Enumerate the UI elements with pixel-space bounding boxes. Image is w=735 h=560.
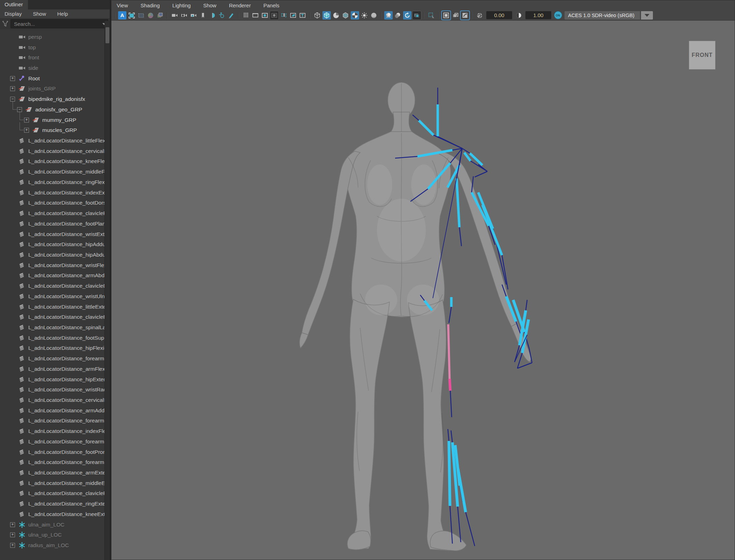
tree-item-L_adnLocatorDistance_footDorsiflexion1[interactable]: L_adnLocatorDistance_footDorsiflexion1 xyxy=(0,198,110,208)
anti-aliasing-icon[interactable] xyxy=(403,11,412,20)
screen-space-ao-icon[interactable] xyxy=(384,11,393,20)
marquee-region-icon[interactable] xyxy=(137,11,145,20)
tree-item-L_adnLocatorDistance_armFlexion1[interactable]: L_adnLocatorDistance_armFlexion1 xyxy=(0,364,110,374)
tree-item-Root[interactable]: +Root xyxy=(0,73,110,84)
annotate-a-icon[interactable]: A xyxy=(118,11,126,20)
field-chart-icon[interactable] xyxy=(279,11,288,20)
tree-item-L_adnLocatorDistance_armAbduction1[interactable]: L_adnLocatorDistance_armAbduction1 xyxy=(0,271,110,281)
camera-attributes-icon[interactable] xyxy=(189,11,198,20)
outliner-menu-show[interactable]: Show xyxy=(33,11,46,17)
tree-item-persp[interactable]: persp xyxy=(0,32,110,42)
panel-layout-small-icon[interactable] xyxy=(451,11,460,20)
exposure-field[interactable]: 0.00 xyxy=(486,11,512,19)
tree-item-ulna_up_LOC[interactable]: +ulna_up_LOC xyxy=(0,530,110,540)
tree-item-L_adnLocatorDistance_kneeFlexion1[interactable]: L_adnLocatorDistance_kneeFlexion1 xyxy=(0,156,110,167)
expand-toggle[interactable]: − xyxy=(17,107,22,112)
tree-item-L_adnLocatorDistance_ringFlexion1[interactable]: L_adnLocatorDistance_ringFlexion1 xyxy=(0,177,110,187)
tree-item-L_adnLocatorDistance_ringExtension1[interactable]: L_adnLocatorDistance_ringExtension1 xyxy=(0,499,110,509)
color-wheel-icon[interactable] xyxy=(146,11,155,20)
safe-action-icon[interactable] xyxy=(289,11,297,20)
expand-toggle[interactable]: + xyxy=(10,543,15,548)
image-layers-icon[interactable] xyxy=(156,11,164,20)
tree-item-L_adnLocatorDistance_wristRadialDeviation1[interactable]: L_adnLocatorDistance_wristRadialDeviatio… xyxy=(0,384,110,395)
motion-blur-icon[interactable] xyxy=(394,11,402,20)
expand-toggle[interactable]: − xyxy=(10,97,15,102)
search-input[interactable] xyxy=(11,21,100,27)
wireframe-icon[interactable] xyxy=(313,11,321,20)
resolution-gate-icon[interactable] xyxy=(261,11,269,20)
tree-item-L_adnLocatorDistance_wristExtension1[interactable]: L_adnLocatorDistance_wristExtension1 xyxy=(0,229,110,240)
tree-item-L_adnLocatorDistance_forearmPronation1[interactable]: L_adnLocatorDistance_forearmPronation1 xyxy=(0,416,110,426)
grease-pencil-icon[interactable] xyxy=(208,11,217,20)
bookmark-icon[interactable] xyxy=(199,11,207,20)
colorspace-select[interactable]: ACES 1.0 SDR-video (sRGB) xyxy=(565,11,640,20)
safe-title-icon[interactable] xyxy=(298,11,307,20)
grid-icon[interactable] xyxy=(242,11,250,20)
use-all-lights-icon[interactable] xyxy=(360,11,369,20)
tree-item-L_adnLocatorDistance_cervicalBending1[interactable]: L_adnLocatorDistance_cervicalBending1 xyxy=(0,146,110,156)
lock-camera-icon[interactable] xyxy=(180,11,188,20)
film-gate-icon[interactable] xyxy=(251,11,260,20)
outliner-menu-display[interactable]: Display xyxy=(5,11,22,17)
tree-item-L_adnLocatorDistance_footSupination1[interactable]: L_adnLocatorDistance_footSupination1 xyxy=(0,333,110,343)
outliner-tab[interactable]: Outliner xyxy=(0,0,28,9)
viewport-menu-renderer[interactable]: Renderer xyxy=(229,2,251,8)
tree-item-adonisfx_geo_GRP[interactable]: −adonisfx_geo_GRP xyxy=(0,104,110,115)
tree-item-L_adnLocatorDistance_littleExtension1[interactable]: L_adnLocatorDistance_littleExtension1 xyxy=(0,302,110,312)
tree-item-L_adnLocatorDistance_hipAbduction1[interactable]: L_adnLocatorDistance_hipAbduction1 xyxy=(0,250,110,260)
tree-item-L_adnLocatorDistance_spinalLateralFlexion1[interactable]: L_adnLocatorDistance_spinalLateralFlexio… xyxy=(0,322,110,333)
tree-item-L_adnLocatorDistance_cervicalRotation1[interactable]: L_adnLocatorDistance_cervicalRotation1 xyxy=(0,395,110,405)
tree-item-L_adnLocatorDistance_indexExtension1[interactable]: L_adnLocatorDistance_indexExtension1 xyxy=(0,187,110,198)
outliner-menu-help[interactable]: Help xyxy=(57,11,68,17)
tree-item-L_adnLocatorDistance_forearmFlexion1[interactable]: L_adnLocatorDistance_forearmFlexion1 xyxy=(0,353,110,364)
tree-item-L_adnLocatorDistance_forearmExtension1[interactable]: L_adnLocatorDistance_forearmExtension1 xyxy=(0,436,110,447)
tree-item-L_adnLocatorDistance_armExtension1[interactable]: L_adnLocatorDistance_armExtension1 xyxy=(0,467,110,478)
depth-of-field-icon[interactable] xyxy=(413,11,421,20)
select-camera-icon[interactable] xyxy=(170,11,179,20)
filter-icon[interactable] xyxy=(0,20,10,27)
tree-item-L_adnLocatorDistance_clavicleDepression1[interactable]: L_adnLocatorDistance_clavicleDepression1 xyxy=(0,281,110,291)
tree-item-mummy_GRP[interactable]: +mummy_GRP xyxy=(0,115,110,125)
tree-item-L_adnLocatorDistance_kneeExtension1[interactable]: L_adnLocatorDistance_kneeExtension1 xyxy=(0,509,110,520)
isolate-select-icon[interactable] xyxy=(427,11,436,20)
expand-toggle[interactable]: + xyxy=(10,86,15,91)
panel-layout-icon[interactable] xyxy=(442,11,450,20)
tree-item-L_adnLocatorDistance_middleFlexion1[interactable]: L_adnLocatorDistance_middleFlexion1 xyxy=(0,167,110,177)
tree-item-L_adnLocatorDistance_footPlantarflexion1[interactable]: L_adnLocatorDistance_footPlantarflexion1 xyxy=(0,219,110,229)
tree-item-L_adnLocatorDistance_wristFlexion1[interactable]: L_adnLocatorDistance_wristFlexion1 xyxy=(0,260,110,271)
viewport-menu-shading[interactable]: Shading xyxy=(140,2,160,8)
expand-toggle[interactable]: + xyxy=(24,128,29,133)
tree-item-L_adnLocatorDistance_indexFlexion1[interactable]: L_adnLocatorDistance_indexFlexion1 xyxy=(0,426,110,436)
tree-item-L_adnLocatorDistance_hipAdduction1[interactable]: L_adnLocatorDistance_hipAdduction1 xyxy=(0,239,110,250)
viewport-menu-lighting[interactable]: Lighting xyxy=(172,2,191,8)
tree-item-radius_aim_LOC[interactable]: +radius_aim_LOC xyxy=(0,540,110,551)
outliner-scrollbar[interactable] xyxy=(104,21,110,560)
tree-item-L_adnLocatorDistance_wristUlnarDeviation1[interactable]: L_adnLocatorDistance_wristUlnarDeviation… xyxy=(0,291,110,302)
scrollbar-thumb[interactable] xyxy=(105,27,109,43)
textured-icon[interactable] xyxy=(351,11,359,20)
panel-lasso-icon[interactable] xyxy=(461,11,469,20)
tree-item-L_adnLocatorDistance_littleFlexion1[interactable]: L_adnLocatorDistance_littleFlexion1 xyxy=(0,135,110,146)
tree-item-muscles_GRP[interactable]: +muscles_GRP xyxy=(0,125,110,135)
expand-toggle[interactable]: + xyxy=(10,522,15,527)
pivot-tool-icon[interactable] xyxy=(218,11,226,20)
viewport-menu-view[interactable]: View xyxy=(117,2,128,8)
tree-item-L_adnLocatorDistance_hipExtension1[interactable]: L_adnLocatorDistance_hipExtension1 xyxy=(0,374,110,385)
fit-gate-icon[interactable] xyxy=(128,11,136,20)
contrast-field[interactable]: 1.00 xyxy=(525,11,551,19)
smooth-shade-all-icon[interactable] xyxy=(332,11,340,20)
tree-item-L_adnLocatorDistance_middleExtension11[interactable]: L_adnLocatorDistance_middleExtension11 xyxy=(0,478,110,488)
tree-item-L_adnLocatorDistance_clavicleProtraction1[interactable]: L_adnLocatorDistance_clavicleProtraction… xyxy=(0,208,110,219)
expand-toggle[interactable]: + xyxy=(24,118,29,123)
tree-item-L_adnLocatorDistance_hipFlexion1[interactable]: L_adnLocatorDistance_hipFlexion1 xyxy=(0,343,110,354)
tree-item-L_adnLocatorDistance_forearmSupination1[interactable]: L_adnLocatorDistance_forearmSupination1 xyxy=(0,457,110,467)
pencil-tool-icon[interactable] xyxy=(227,11,235,20)
wireframe-on-shaded-icon[interactable] xyxy=(341,11,350,20)
tree-item-L_adnLocatorDistance_armAdduction1[interactable]: L_adnLocatorDistance_armAdduction1 xyxy=(0,405,110,416)
expand-toggle[interactable]: + xyxy=(10,76,15,81)
shaded-icon[interactable] xyxy=(322,11,331,20)
exposure-icon[interactable] xyxy=(475,11,484,20)
colorspace-dropdown-arrow[interactable] xyxy=(641,11,653,20)
viewport-menu-show[interactable]: Show xyxy=(203,2,217,8)
viewport-3d-view[interactable]: FRONT xyxy=(111,21,735,560)
